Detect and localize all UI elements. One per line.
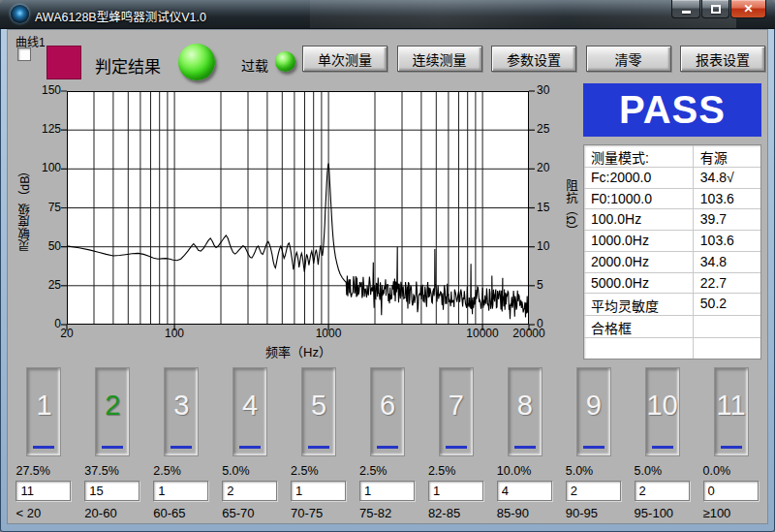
minimize-icon	[682, 11, 691, 14]
bin-slider[interactable]: 1	[26, 367, 61, 456]
result-value: 34.8	[694, 252, 760, 272]
bin-slider[interactable]: 2	[95, 367, 130, 456]
bin-slider-fill	[721, 446, 742, 449]
bin-slider[interactable]: 11	[714, 367, 749, 456]
judgement-label: 判定结果	[95, 53, 161, 78]
x-tick-label: 100	[145, 327, 203, 340]
bin-column: 810.0%85-90	[490, 365, 559, 522]
left-axis-title: 灵敏度级（dB）	[16, 91, 34, 325]
bin-number: 6	[371, 390, 404, 422]
y-left-tick-label: 25	[34, 278, 61, 292]
close-icon: ✕	[743, 2, 753, 16]
curve-checkbox[interactable]	[17, 47, 31, 61]
bin-column: 72.5%82-85	[421, 365, 490, 522]
result-table: 测量模式:有源Fc:2000.034.8√F0:1000.0103.6100.0…	[583, 144, 761, 360]
bin-slider-fill	[308, 446, 329, 449]
bin-column: 32.5%60-65	[147, 365, 216, 522]
bin-slider-fill	[170, 446, 192, 449]
app-icon	[11, 5, 29, 23]
y-left-tick-label: 125	[34, 122, 61, 136]
bin-percent-label: 2.5%	[153, 464, 209, 478]
clear-button[interactable]: 清零	[586, 46, 671, 72]
bin-range-label: 85-90	[497, 506, 553, 520]
bin-slider[interactable]: 4	[232, 367, 267, 456]
bin-column: 105.0%95-100	[628, 365, 697, 522]
result-label: Fc:2000.0	[584, 168, 694, 188]
bin-column: 95.0%90-95	[559, 365, 628, 522]
result-value: 39.7	[694, 209, 760, 230]
bin-slider-fill	[102, 446, 123, 449]
bin-count-input[interactable]	[566, 481, 621, 501]
bin-slider[interactable]: 3	[164, 367, 199, 456]
titlebar: AWA6128B型蜂鸣器测试仪V1.0 ✕	[0, 0, 775, 29]
result-label	[584, 338, 694, 359]
minimize-button[interactable]	[671, 0, 700, 18]
histogram-bins: 127.5%< 20237.5%20-6032.5%60-6545.0%65-7…	[10, 365, 765, 522]
bin-count-input[interactable]	[703, 481, 759, 501]
overload-label: 过载	[241, 55, 268, 75]
app-window: AWA6128B型蜂鸣器测试仪V1.0 ✕ 曲线1 判定结果 过载 单次测量 连…	[0, 0, 775, 532]
table-row	[584, 338, 760, 359]
bin-column: 52.5%70-75	[285, 365, 354, 522]
bin-slider[interactable]: 5	[301, 367, 336, 456]
bin-count-input[interactable]	[222, 481, 277, 501]
bin-column: 237.5%20-60	[78, 365, 147, 522]
x-axis-title: 频率（Hz）	[202, 342, 395, 360]
bin-range-label: 20-60	[84, 506, 140, 520]
continuous-measure-button[interactable]: 连续测量	[397, 46, 482, 72]
close-button[interactable]: ✕	[730, 0, 766, 18]
bin-number: 10	[646, 390, 679, 422]
bin-slider-fill	[514, 446, 536, 449]
bin-number: 8	[509, 390, 542, 422]
bin-slider[interactable]: 7	[439, 367, 474, 456]
table-row: Fc:2000.034.8√	[584, 168, 760, 189]
result-label: 2000.0Hz	[584, 252, 694, 272]
bin-count-input[interactable]	[84, 481, 140, 501]
bin-slider[interactable]: 6	[370, 367, 405, 456]
bin-range-label: ≥100	[703, 506, 760, 520]
overload-led-icon	[275, 51, 295, 72]
result-label: 测量模式:	[584, 145, 694, 167]
bin-slider[interactable]: 10	[645, 367, 680, 456]
single-measure-button[interactable]: 单次测量	[302, 46, 388, 72]
bin-column: 62.5%75-82	[354, 365, 422, 522]
bin-column: 127.5%< 20	[10, 365, 78, 522]
table-row: 1000.0Hz103.6	[584, 231, 760, 252]
parameter-settings-button[interactable]: 参数设置	[491, 46, 576, 72]
bin-percent-label: 37.5%	[84, 464, 140, 478]
bin-slider-fill	[583, 446, 604, 449]
maximize-button[interactable]	[701, 0, 729, 18]
right-axis-title: 阻抗（Ω）	[562, 91, 580, 325]
bin-range-label: 82-85	[428, 506, 484, 520]
bin-range-label: 95-100	[635, 506, 691, 520]
bin-slider[interactable]: 9	[576, 367, 611, 456]
bin-count-input[interactable]	[359, 481, 415, 501]
bin-percent-label: 5.0%	[566, 464, 622, 478]
result-label: 1000.0Hz	[584, 231, 694, 251]
window-controls: ✕	[670, 0, 766, 18]
bin-percent-label: 0.0%	[703, 464, 760, 478]
bin-count-input[interactable]	[635, 481, 690, 501]
bin-number: 9	[577, 390, 610, 422]
bin-slider[interactable]: 8	[508, 367, 542, 456]
result-value	[694, 338, 760, 359]
table-row: 测量模式:有源	[584, 145, 760, 168]
bin-number: 4	[233, 390, 266, 422]
client-area: 曲线1 判定结果 过载 单次测量 连续测量 参数设置 清零 报表设置 02550…	[7, 29, 768, 524]
result-value: 103.6	[694, 231, 760, 251]
result-value: 34.8√	[694, 168, 760, 188]
bin-number: 2	[96, 390, 129, 422]
y-left-tick-label: 100	[34, 161, 61, 174]
curve-color-swatch[interactable]	[46, 46, 81, 79]
bin-count-input[interactable]	[16, 481, 71, 501]
bin-count-input[interactable]	[153, 481, 208, 501]
bin-range-label: 60-65	[153, 506, 209, 520]
judgement-led-icon	[178, 44, 215, 80]
bin-count-input[interactable]	[428, 481, 483, 501]
bin-number: 7	[440, 390, 473, 422]
table-row: 平均灵敏度50.2	[584, 294, 760, 316]
bin-count-input[interactable]	[291, 481, 346, 501]
result-value: 50.2	[694, 294, 760, 315]
bin-count-input[interactable]	[497, 481, 552, 501]
report-settings-button[interactable]: 报表设置	[680, 46, 765, 72]
